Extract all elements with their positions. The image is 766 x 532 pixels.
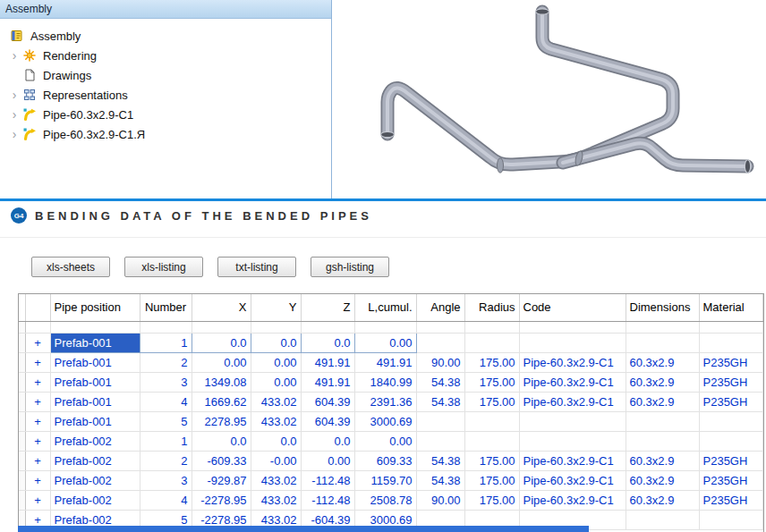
cell-material[interactable]: P235GH — [699, 491, 762, 511]
cell-angle[interactable]: 54.38 — [416, 452, 464, 471]
cell-x[interactable]: 1669.62 — [192, 393, 251, 412]
cell-x[interactable]: 0.00 — [192, 353, 251, 373]
cell-material[interactable]: P235GH — [699, 471, 762, 491]
cell-code[interactable]: Pipe-60.3x2.9-C1 — [519, 353, 626, 373]
tree-item-pipe-60-3x2-9-c1[interactable]: ›Pipe-60.3x2.9-C1.Я — [0, 124, 331, 144]
cell-angle[interactable]: 54.38 — [416, 471, 464, 491]
cell-pipe-position[interactable]: Prefab-001 — [50, 373, 140, 393]
cell-radius[interactable] — [464, 334, 519, 353]
cell-number[interactable]: 3 — [140, 373, 192, 393]
chevron-right-icon[interactable]: › — [7, 49, 21, 62]
cell-l-cumul[interactable]: 0.00 — [354, 334, 416, 353]
cell-radius[interactable]: 175.00 — [464, 491, 519, 511]
cell-z[interactable]: -112.48 — [301, 491, 354, 511]
tree-item-representations[interactable]: ›Representations — [0, 85, 331, 105]
row-selector-cell[interactable] — [19, 452, 25, 471]
cell-number[interactable]: 2 — [140, 452, 192, 471]
cell-plus[interactable]: + — [25, 412, 50, 432]
cell-y[interactable]: 433.02 — [251, 471, 301, 491]
button-xls-sheets[interactable]: xls-sheets — [31, 257, 110, 277]
row-selector-cell[interactable] — [19, 471, 25, 491]
cell-x[interactable]: -609.33 — [192, 452, 251, 471]
cell-material[interactable]: P235GH — [699, 373, 762, 393]
cell-code[interactable]: Pipe-60.3x2.9-C1 — [519, 452, 626, 471]
cell-pipe-position[interactable]: Prefab-001 — [50, 353, 140, 373]
cell-angle[interactable]: 54.38 — [416, 373, 464, 393]
tree-item-pipe-60-3x2-9-c1[interactable]: ›Pipe-60.3x2.9-C1 — [0, 105, 331, 124]
cell-code[interactable] — [519, 412, 626, 432]
cell-l-cumul[interactable]: 3000.69 — [354, 412, 416, 432]
cell-x[interactable]: 0.0 — [192, 432, 251, 452]
cell-dimensions[interactable]: 60.3x2.9 — [626, 373, 699, 393]
cell-code[interactable]: Pipe-60.3x2.9-C1 — [519, 491, 626, 511]
cell-dimensions[interactable]: 60.3x2.9 — [626, 471, 699, 491]
cell-number[interactable]: 2 — [140, 353, 192, 373]
cell-code[interactable]: Pipe-60.3x2.9-C1 — [519, 373, 626, 393]
cell-y[interactable]: 0.00 — [251, 353, 301, 373]
cell-dimensions[interactable]: 60.3x2.9 — [626, 353, 699, 373]
cell-y[interactable]: 433.02 — [251, 491, 301, 511]
cell-x[interactable]: -929.87 — [192, 471, 251, 491]
cell-material[interactable] — [699, 334, 762, 353]
chevron-right-icon[interactable]: › — [7, 128, 21, 140]
cell-plus[interactable]: + — [25, 373, 50, 393]
cell-plus[interactable]: + — [25, 452, 50, 471]
cell-material[interactable]: P235GH — [699, 353, 762, 373]
tree-item-rendering[interactable]: ›Rendering — [0, 46, 331, 65]
cell-z[interactable]: 604.39 — [301, 412, 354, 432]
cell-l-cumul[interactable]: 1159.70 — [354, 471, 416, 491]
cell-code[interactable]: Pipe-60.3x2.9-C1 — [519, 471, 626, 491]
cell-y[interactable]: 0.0 — [251, 432, 301, 452]
cell-z[interactable]: 0.0 — [301, 432, 354, 452]
cell-l-cumul[interactable]: 609.33 — [354, 452, 416, 471]
cell-radius[interactable]: 175.00 — [464, 471, 519, 491]
cell-l-cumul[interactable]: 491.91 — [354, 353, 416, 373]
cell-plus[interactable]: + — [25, 491, 50, 511]
cell-radius[interactable] — [464, 412, 519, 432]
cell-z[interactable]: 0.0 — [301, 334, 354, 353]
cell-material[interactable]: P235GH — [699, 393, 762, 412]
tree-item-assembly[interactable]: Assembly — [0, 26, 331, 46]
row-selector-cell[interactable] — [19, 412, 25, 432]
cell-plus[interactable]: + — [25, 471, 50, 491]
cell-radius[interactable]: 175.00 — [464, 353, 519, 373]
cell-pipe-position[interactable]: Prefab-002 — [50, 491, 140, 511]
cell-material[interactable] — [699, 412, 762, 432]
cell-plus[interactable]: + — [25, 432, 50, 452]
row-selector-cell[interactable] — [19, 393, 25, 412]
cell-number[interactable]: 5 — [140, 412, 192, 432]
cell-material[interactable] — [699, 511, 762, 530]
cell-y[interactable]: -0.00 — [251, 452, 301, 471]
cell-y[interactable]: 433.02 — [251, 412, 301, 432]
cell-angle[interactable] — [416, 432, 464, 452]
cell-plus[interactable]: + — [25, 334, 50, 353]
chevron-right-icon[interactable]: › — [7, 89, 21, 101]
cell-y[interactable]: 433.02 — [251, 393, 301, 412]
row-selector-cell[interactable] — [19, 334, 25, 353]
cell-code[interactable] — [519, 334, 626, 353]
cell-pipe-position[interactable]: Prefab-002 — [50, 471, 140, 491]
row-selector-cell[interactable] — [19, 353, 25, 373]
row-selector-cell[interactable] — [19, 432, 25, 452]
cell-y[interactable]: 0.00 — [251, 373, 301, 393]
cell-radius[interactable]: 175.00 — [464, 373, 519, 393]
cell-x[interactable]: 1349.08 — [192, 373, 251, 393]
cell-x[interactable]: 2278.95 — [192, 412, 251, 432]
cell-plus[interactable]: + — [25, 353, 50, 373]
cell-material[interactable]: P235GH — [699, 452, 762, 471]
cell-material[interactable] — [699, 432, 762, 452]
cell-z[interactable]: 491.91 — [301, 353, 354, 373]
cell-dimensions[interactable] — [626, 412, 699, 432]
cell-l-cumul[interactable]: 2391.36 — [354, 393, 416, 412]
cell-plus[interactable]: + — [25, 393, 50, 412]
cell-number[interactable]: 1 — [140, 334, 192, 353]
chevron-right-icon[interactable]: › — [7, 108, 21, 121]
cell-dimensions[interactable]: 60.3x2.9 — [626, 452, 699, 471]
cell-radius[interactable]: 175.00 — [464, 452, 519, 471]
cell-pipe-position[interactable]: Prefab-001 — [50, 393, 140, 412]
cell-number[interactable]: 4 — [140, 491, 192, 511]
cell-x[interactable]: 0.0 — [192, 334, 251, 353]
cell-dimensions[interactable] — [626, 334, 699, 353]
cell-code[interactable]: Pipe-60.3x2.9-C1 — [519, 393, 626, 412]
cell-l-cumul[interactable]: 2508.78 — [354, 491, 416, 511]
